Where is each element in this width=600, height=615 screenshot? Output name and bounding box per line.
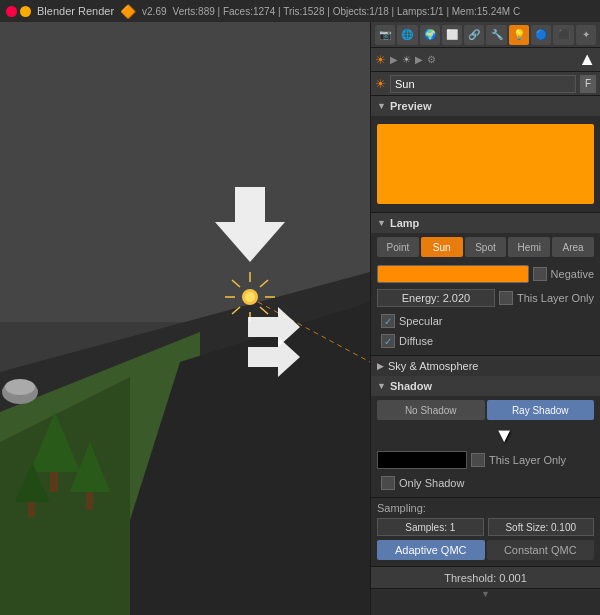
sampling-row: Samples: 1 Soft Size: 0.100 bbox=[377, 518, 594, 536]
shadow-label: Shadow bbox=[390, 380, 432, 392]
icon-toolbar: 📷 🌐 🌍 ⬜ 🔗 🔧 💡 🔵 ⬛ ✦ bbox=[371, 22, 600, 48]
lamp-triangle: ▼ bbox=[377, 218, 386, 228]
preview-section: ▼ Preview bbox=[371, 96, 600, 213]
svg-rect-7 bbox=[50, 472, 58, 492]
adaptive-qmc-btn[interactable]: Adaptive QMC bbox=[377, 540, 485, 560]
shadow-arrow-area: ▼ bbox=[377, 424, 594, 447]
shadow-type-row: No Shadow Ray Shadow bbox=[377, 400, 594, 420]
shadow-down-arrow: ▼ bbox=[494, 424, 514, 446]
this-layer-only-label1: This Layer Only bbox=[517, 292, 594, 304]
lamp-section: ▼ Lamp Point Sun Spot Hemi Area Negative bbox=[371, 213, 600, 356]
lamp-color-row: Negative bbox=[377, 263, 594, 285]
lamp-btn-point[interactable]: Point bbox=[377, 237, 419, 257]
viewport[interactable] bbox=[0, 22, 370, 615]
scene-icon[interactable]: 🌐 bbox=[397, 25, 417, 45]
qmc-row: Adaptive QMC Constant QMC bbox=[377, 540, 594, 560]
no-shadow-btn[interactable]: No Shadow bbox=[377, 400, 485, 420]
shadow-color-row: This Layer Only bbox=[377, 449, 594, 471]
data-name-header: ☀ F bbox=[371, 72, 600, 96]
lamp-energy-row: Energy: 2.020 This Layer Only bbox=[377, 287, 594, 309]
sky-label: Sky & Atmosphere bbox=[388, 360, 479, 372]
window-controls bbox=[6, 6, 31, 17]
object-context-bar: ☀ ▶ ☀ ▶ ⚙ ▲ bbox=[371, 48, 600, 72]
blender-logo: 🔶 bbox=[120, 4, 136, 19]
modifier-icon[interactable]: 🔧 bbox=[486, 25, 506, 45]
sampling-section: Sampling: Samples: 1 Soft Size: 0.100 Ad… bbox=[371, 498, 600, 567]
stats-detail: Verts:889 | Faces:1274 | Tris:1528 | Obj… bbox=[173, 6, 521, 17]
diffuse-label: Diffuse bbox=[399, 335, 433, 347]
sampling-label: Sampling: bbox=[377, 502, 594, 514]
context-icon: ☀ bbox=[375, 53, 386, 67]
min-btn[interactable] bbox=[20, 6, 31, 17]
renderer-name: Blender Render bbox=[37, 5, 114, 17]
energy-field[interactable]: Energy: 2.020 bbox=[377, 289, 495, 307]
close-btn[interactable] bbox=[6, 6, 17, 17]
sun-label: ☀ bbox=[402, 54, 411, 65]
sky-section-header[interactable]: ▶ Sky & Atmosphere bbox=[371, 356, 600, 376]
context-sep: ▶ bbox=[390, 54, 398, 65]
sky-triangle: ▶ bbox=[377, 361, 384, 371]
svg-rect-9 bbox=[86, 492, 93, 510]
specular-row: Specular bbox=[377, 311, 594, 331]
specular-checkbox[interactable] bbox=[381, 314, 395, 328]
negative-checkbox[interactable] bbox=[533, 267, 547, 281]
ray-shadow-btn[interactable]: Ray Shadow bbox=[487, 400, 595, 420]
shadow-section: ▼ Shadow No Shadow Ray Shadow ▼ This Lay… bbox=[371, 376, 600, 498]
up-arrow-indicator: ▲ bbox=[578, 49, 596, 70]
svg-rect-1 bbox=[0, 22, 370, 322]
lamp-name-field[interactable] bbox=[390, 75, 576, 93]
svg-point-15 bbox=[245, 292, 255, 302]
lamp-btn-sun[interactable]: Sun bbox=[421, 237, 463, 257]
preview-section-header[interactable]: ▼ Preview bbox=[371, 96, 600, 116]
f-button[interactable]: F bbox=[580, 75, 596, 93]
particle-icon[interactable]: ✦ bbox=[576, 25, 596, 45]
constraint-icon[interactable]: 🔗 bbox=[464, 25, 484, 45]
render-icon[interactable]: 📷 bbox=[375, 25, 395, 45]
threshold-label: Threshold: 0.001 bbox=[444, 572, 527, 584]
shadow-triangle: ▼ bbox=[377, 381, 386, 391]
texture-icon[interactable]: ⬛ bbox=[553, 25, 573, 45]
only-shadow-row: Only Shadow bbox=[377, 473, 594, 493]
threshold-row: Threshold: 0.001 bbox=[371, 567, 600, 589]
object-icon[interactable]: ⬜ bbox=[442, 25, 462, 45]
lamp-data-icon: ☀ bbox=[375, 77, 386, 91]
only-shadow-checkbox[interactable] bbox=[381, 476, 395, 490]
constant-qmc-btn[interactable]: Constant QMC bbox=[487, 540, 595, 560]
stats-text: v2.69 bbox=[142, 6, 166, 17]
context-sep2: ▶ bbox=[415, 54, 423, 65]
data-icon[interactable]: 💡 bbox=[509, 25, 529, 45]
negative-label: Negative bbox=[551, 268, 594, 280]
shadow-content: No Shadow Ray Shadow ▼ This Layer Only O… bbox=[371, 396, 600, 497]
samples-field[interactable]: Samples: 1 bbox=[377, 518, 484, 536]
specular-label: Specular bbox=[399, 315, 442, 327]
lamp-btn-area[interactable]: Area bbox=[552, 237, 594, 257]
soft-size-field[interactable]: Soft Size: 0.100 bbox=[488, 518, 595, 536]
diffuse-checkbox[interactable] bbox=[381, 334, 395, 348]
right-panel: 📷 🌐 🌍 ⬜ 🔗 🔧 💡 🔵 ⬛ ✦ ☀ ▶ ☀ ▶ ⚙ ▲ ☀ F bbox=[370, 22, 600, 615]
svg-rect-11 bbox=[28, 502, 35, 517]
shadow-color-field[interactable] bbox=[377, 451, 467, 469]
title-bar: Blender Render 🔶 v2.69 Verts:889 | Faces… bbox=[0, 0, 600, 22]
lamp-btn-spot[interactable]: Spot bbox=[465, 237, 507, 257]
lamp-section-header[interactable]: ▼ Lamp bbox=[371, 213, 600, 233]
lamp-icon2: ⚙ bbox=[427, 54, 436, 65]
world-icon[interactable]: 🌍 bbox=[420, 25, 440, 45]
scroll-indicator: ▼ bbox=[371, 589, 600, 603]
lamp-type-row: Point Sun Spot Hemi Area bbox=[377, 237, 594, 257]
lamp-btn-hemi[interactable]: Hemi bbox=[508, 237, 550, 257]
this-layer-only-checkbox1[interactable] bbox=[499, 291, 513, 305]
preview-label: Preview bbox=[390, 100, 432, 112]
shadow-section-header[interactable]: ▼ Shadow bbox=[371, 376, 600, 396]
preview-content bbox=[371, 116, 600, 212]
svg-point-13 bbox=[5, 379, 35, 395]
lamp-label: Lamp bbox=[390, 217, 419, 229]
lamp-content: Point Sun Spot Hemi Area Negative Energy… bbox=[371, 233, 600, 355]
this-layer-only-checkbox2[interactable] bbox=[471, 453, 485, 467]
lamp-color-field[interactable] bbox=[377, 265, 529, 283]
only-shadow-label: Only Shadow bbox=[399, 477, 464, 489]
this-layer-only-label2: This Layer Only bbox=[489, 454, 566, 466]
material-icon[interactable]: 🔵 bbox=[531, 25, 551, 45]
preview-box bbox=[377, 124, 594, 204]
diffuse-row: Diffuse bbox=[377, 331, 594, 351]
preview-triangle: ▼ bbox=[377, 101, 386, 111]
